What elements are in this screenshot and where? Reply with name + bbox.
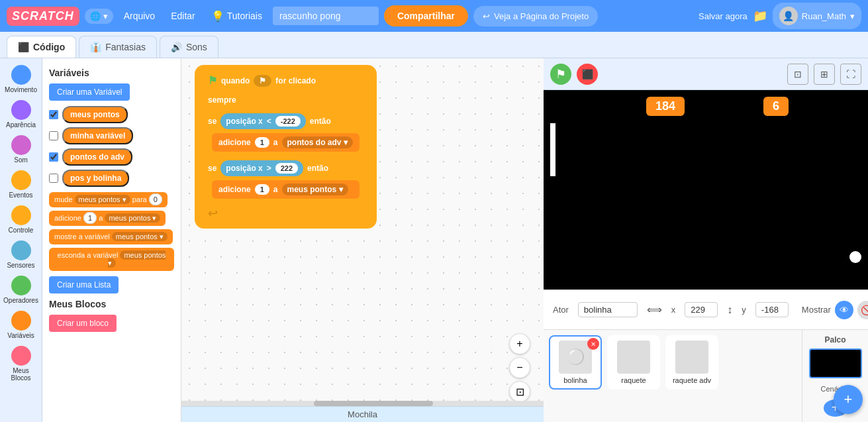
fantasias-tab-label: Fantasias — [105, 42, 146, 52]
when-flag-label: quando — [221, 76, 250, 85]
var-checkbox-pontos-adv[interactable] — [49, 152, 58, 162]
adicione1-block[interactable]: adicione 1 a pontos do adv ▾ — [212, 133, 360, 152]
save-now-button[interactable]: Salvar agora — [699, 11, 747, 21]
sprite-info-bar: Ator ⟺ x ↕ y Mostrar 👁 🚫 Tamanho Direção — [544, 290, 868, 329]
condition1-block[interactable]: posição x < -222 — [220, 113, 305, 129]
sempre-label: sempre — [208, 95, 236, 105]
sprite-name-input[interactable] — [578, 302, 638, 317]
script-area[interactable]: ⚑ quando ⚑ for clicado sempre se posição… — [181, 58, 544, 422]
block-mude[interactable]: mude meus pontos ▾ para 0 — [49, 192, 168, 207]
folder-icon[interactable]: 📁 — [753, 9, 767, 23]
condition2-block[interactable]: posição x > 222 — [220, 160, 303, 176]
var-badge-minha-variavel[interactable]: minha variável — [62, 127, 133, 144]
if1-container: se posição x < -222 então adicione 1 a — [200, 109, 371, 154]
sprite-card-raquete-adv[interactable]: raquete adv — [665, 335, 718, 390]
variaveis-section-title: Variáveis — [49, 68, 174, 78]
user-menu-button[interactable]: 👤 Ruan_Math ▾ — [773, 3, 861, 29]
raquete-name: raquete — [621, 376, 646, 384]
x-input[interactable] — [685, 302, 718, 317]
stage-controls: ⚑ ⬛ ⊡ ⊞ ⛶ — [544, 58, 868, 90]
se1-label: se — [208, 117, 217, 126]
sidebar-item-meus-blocos[interactable]: Meus Blocos — [1, 343, 41, 384]
var-checkbox-meus-pontos[interactable] — [49, 110, 58, 119]
sons-tab-icon: 🔊 — [171, 42, 182, 52]
view-project-button[interactable]: ↩ Veja a Página do Projeto — [473, 6, 598, 26]
y-input[interactable] — [755, 302, 789, 317]
tutoriais-button[interactable]: 💡 Tutoriais — [206, 7, 267, 25]
zoom-in-button[interactable]: + — [509, 333, 530, 354]
sidebar-item-aparencia[interactable]: Aparência — [1, 97, 41, 131]
sprite-card-raquete[interactable]: raquete — [607, 335, 660, 390]
meus-pontos-dropdown[interactable]: meus pontos ▾ — [282, 184, 348, 195]
if2-container: se posição x > 222 então adicione 1 a m — [200, 156, 371, 201]
block-mostre[interactable]: mostre a variável meus pontos ▾ — [49, 229, 173, 244]
sprite-card-bolinha[interactable]: ✕ ⚪ bolinha — [549, 335, 602, 390]
fit-button[interactable]: ⊡ — [509, 381, 530, 402]
sidebar-item-movimento[interactable]: Movimento — [1, 62, 41, 96]
create-variable-button[interactable]: Criar uma Variável — [49, 83, 130, 101]
adicione2-num: 1 — [255, 184, 269, 195]
codigo-tab-label: Código — [33, 42, 65, 52]
mochila-label: Mochila — [348, 409, 377, 419]
tab-codigo[interactable]: ⬛ Código — [7, 36, 76, 58]
var-badge-pontos-adv[interactable]: pontos do adv — [62, 148, 132, 166]
if1-row: se posição x < -222 então — [204, 111, 367, 132]
fullscreen-icon: ⛶ — [846, 69, 855, 79]
tab-fantasias[interactable]: 👔 Fantasias — [79, 36, 157, 58]
project-name-input[interactable] — [273, 7, 379, 25]
operadores-dot — [11, 276, 31, 295]
a2-label: a — [273, 185, 278, 194]
sidebar-item-operadores[interactable]: Operadores — [1, 273, 41, 307]
eventos-dot — [11, 170, 31, 190]
tab-sons[interactable]: 🔊 Sons — [160, 36, 218, 58]
sidebar-item-eventos[interactable]: Eventos — [1, 168, 41, 201]
when-flag-block[interactable]: ⚑ quando ⚑ for clicado — [200, 70, 371, 91]
delete-bolinha-button[interactable]: ✕ — [587, 338, 599, 350]
var-badge-pos-y-bolinha[interactable]: pos y bolinha — [62, 170, 129, 187]
adicione2-block[interactable]: adicione 1 a meus pontos ▾ — [212, 180, 360, 199]
block-esconda[interactable]: esconda a variável meus pontos ▾ — [49, 248, 174, 271]
val2-input: 222 — [275, 163, 298, 174]
big-stage-button[interactable]: ⊞ — [814, 64, 835, 85]
y-arrow-icon: ↕ — [727, 304, 732, 316]
pos-x-label2: posição x — [226, 164, 262, 173]
mostrar-label: Mostrar — [802, 305, 831, 315]
var-checkbox-pos-y-bolinha[interactable] — [49, 174, 58, 183]
var-badge-meus-pontos[interactable]: meus pontos — [62, 106, 128, 123]
avatar: 👤 — [779, 7, 798, 25]
small-stage-icon: ⊡ — [794, 69, 802, 79]
green-flag-button[interactable]: ⚑ — [550, 64, 571, 85]
mochila-bar[interactable]: Mochila — [181, 406, 544, 422]
aparencia-dot — [11, 100, 31, 120]
arquivo-menu[interactable]: Arquivo — [119, 8, 160, 24]
small-stage-button[interactable]: ⊡ — [787, 64, 808, 85]
flag-icon: ⚑ — [208, 74, 217, 87]
meus-blocos-dot — [11, 346, 31, 366]
hide-eye-button[interactable]: 🚫 — [857, 301, 868, 319]
stage-mini-thumbnail[interactable] — [809, 348, 862, 378]
horizontal-scrollbar[interactable] — [181, 401, 544, 406]
sidebar-item-variaveis[interactable]: Variáveis — [1, 308, 41, 342]
sempre-block[interactable]: sempre — [200, 93, 371, 107]
fullscreen-button[interactable]: ⛶ — [840, 64, 861, 85]
stop-button[interactable]: ⬛ — [577, 64, 598, 85]
block-adicione[interactable]: adicione 1 a meus pontos ▾ — [49, 211, 166, 226]
pontos-adv-dropdown[interactable]: pontos do adv ▾ — [282, 136, 353, 148]
show-eye-button[interactable]: 👁 — [835, 301, 853, 319]
create-block-button[interactable]: Criar um bloco — [49, 315, 117, 332]
share-button[interactable]: Compartilhar — [384, 5, 468, 26]
editar-menu[interactable]: Editar — [166, 8, 201, 24]
sidebar-item-controle[interactable]: Controle — [1, 203, 41, 237]
movimento-label: Movimento — [5, 86, 37, 93]
sidebar-item-som[interactable]: Som — [1, 132, 41, 166]
scratch-logo[interactable]: SCRATCH — [7, 7, 79, 26]
var-checkbox-minha-variavel[interactable] — [49, 131, 58, 140]
raquete-thumb — [617, 341, 650, 374]
adicione1-label: adicione — [218, 138, 251, 147]
zoom-out-button[interactable]: − — [509, 357, 530, 378]
ator-label: Ator — [553, 305, 569, 315]
create-list-button[interactable]: Criar uma Lista — [49, 276, 119, 293]
sidebar-item-sensores[interactable]: Sensores — [1, 238, 41, 272]
outer-script-block[interactable]: ⚑ quando ⚑ for clicado sempre se posição… — [195, 65, 377, 229]
language-button[interactable]: 🌐 ▾ — [85, 9, 113, 24]
